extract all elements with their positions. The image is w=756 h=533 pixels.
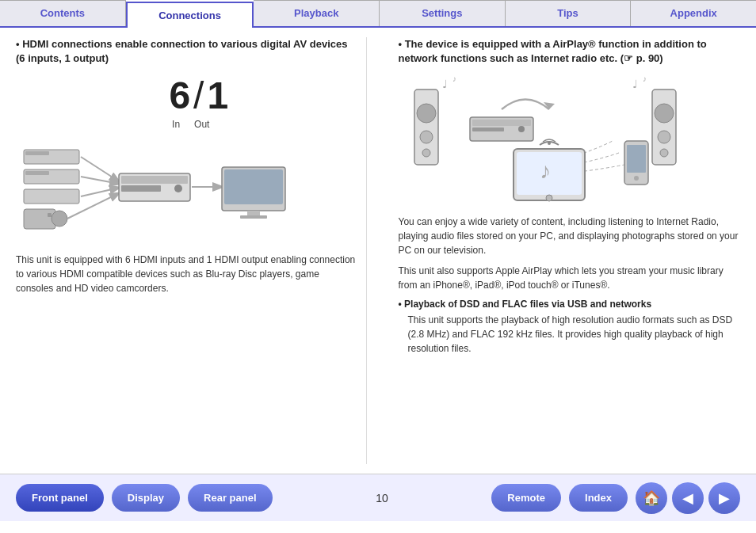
tab-appendix[interactable]: Appendix (631, 0, 756, 26)
display-button[interactable]: Display (112, 484, 180, 512)
hdmi-input-number: 6 (169, 77, 190, 115)
home-icon: 🏠 (643, 489, 660, 507)
svg-point-34 (658, 131, 670, 143)
svg-text:♩: ♩ (632, 78, 638, 90)
forward-arrow-icon: ▶ (719, 489, 730, 507)
tab-playback[interactable]: Playback (254, 0, 380, 26)
svg-text:♩: ♩ (442, 78, 448, 90)
svg-point-6 (52, 211, 67, 227)
svg-rect-7 (48, 213, 52, 217)
home-button[interactable]: 🏠 (636, 482, 667, 514)
svg-point-40 (634, 176, 639, 181)
bottom-navigation: Front panel Display Rear panel 10 Remote… (0, 474, 756, 521)
svg-point-35 (660, 149, 668, 157)
left-column: HDMI connections enable connection to va… (16, 37, 367, 464)
back-button[interactable]: ◀ (672, 482, 704, 514)
hdmi-slash: / (193, 74, 204, 117)
svg-point-22 (417, 104, 436, 123)
svg-point-15 (174, 185, 182, 192)
airplay-device-diagram: ♩ ♪ ♩ ♪ (399, 74, 741, 208)
svg-rect-39 (627, 145, 646, 173)
svg-point-30 (518, 126, 525, 132)
airplay-text1: You can enjoy a wide variety of content,… (399, 215, 741, 257)
hdmi-heading: HDMI connections enable connection to va… (16, 37, 358, 66)
index-button[interactable]: Index (569, 484, 628, 512)
svg-rect-13 (121, 176, 188, 184)
svg-point-33 (655, 104, 674, 123)
svg-rect-20 (240, 215, 267, 219)
nav-icon-group: 🏠 ◀ ▶ (636, 482, 740, 514)
svg-point-45 (548, 142, 551, 145)
front-panel-button[interactable]: Front panel (16, 484, 104, 512)
svg-rect-4 (24, 189, 79, 204)
svg-text:♪: ♪ (452, 74, 456, 83)
top-navigation: Contents Connections Playback Settings T… (0, 0, 756, 28)
right-column: The device is equipped with a AirPlay® f… (391, 37, 741, 464)
svg-point-44 (546, 195, 552, 201)
tab-contents[interactable]: Contents (0, 0, 126, 26)
hdmi-description: This unit is equipped with 6 HDMI inputs… (16, 253, 358, 295)
dsd-text: This unit supports the playback of high … (408, 313, 741, 356)
main-content: HDMI connections enable connection to va… (0, 28, 756, 474)
airplay-heading: The device is equipped with a AirPlay® f… (399, 37, 741, 66)
svg-rect-1 (25, 151, 49, 155)
svg-rect-3 (25, 171, 49, 175)
in-out-labels: In Out (172, 119, 209, 130)
tab-settings[interactable]: Settings (380, 0, 506, 26)
hdmi-count-block: 6 / 1 In Out (16, 74, 358, 130)
svg-line-10 (81, 188, 119, 196)
in-label: In (172, 119, 180, 130)
dsd-heading: Playback of DSD and FLAC files via USB a… (399, 299, 741, 310)
svg-point-23 (420, 131, 433, 143)
back-arrow-icon: ◀ (682, 489, 693, 507)
svg-rect-29 (472, 128, 504, 131)
rear-panel-button[interactable]: Rear panel (188, 484, 272, 512)
svg-text:♪: ♪ (540, 158, 551, 183)
svg-text:♪: ♪ (643, 74, 647, 83)
airplay-text2: This unit also supports Apple AirPlay wh… (399, 264, 741, 292)
svg-point-24 (422, 149, 430, 157)
tab-connections[interactable]: Connections (126, 2, 254, 28)
hdmi-output-number: 1 (207, 77, 228, 115)
page-number: 10 (281, 492, 484, 504)
remote-button[interactable]: Remote (491, 484, 561, 512)
svg-rect-28 (472, 120, 531, 126)
svg-rect-18 (224, 169, 283, 204)
forward-button[interactable]: ▶ (708, 482, 740, 514)
svg-rect-5 (24, 209, 55, 229)
svg-rect-14 (121, 185, 161, 192)
hdmi-device-diagram (16, 134, 358, 245)
out-label: Out (194, 119, 209, 130)
tab-tips[interactable]: Tips (506, 0, 632, 26)
